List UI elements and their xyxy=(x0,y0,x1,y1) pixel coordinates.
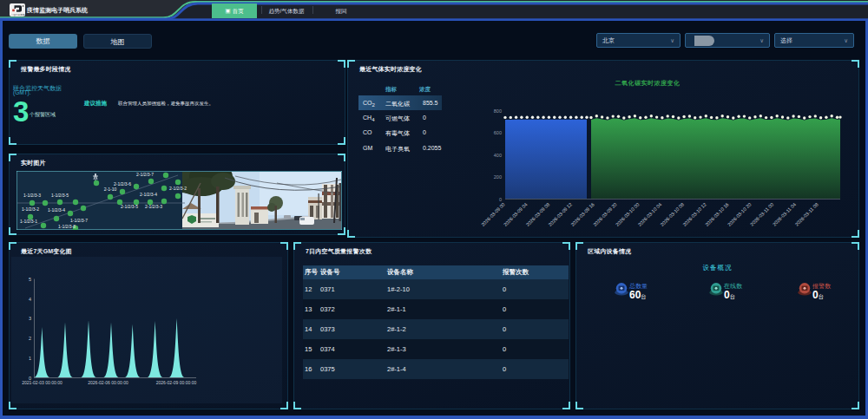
svg-text:2026-02-06 00:00:00: 2026-02-06 00:00:00 xyxy=(88,380,128,385)
svg-text:中国印刷集团: 中国印刷集团 xyxy=(11,12,25,16)
svg-text:2026-02-09 00:00:00: 2026-02-09 00:00:00 xyxy=(156,380,197,385)
svg-text:5: 5 xyxy=(29,277,31,282)
svg-text:3: 3 xyxy=(29,316,31,321)
svg-text:1-1/2/3-5: 1-1/2/3-5 xyxy=(51,193,69,198)
svg-text:1-1/2/3-3: 1-1/2/3-3 xyxy=(23,193,41,198)
svg-text:800: 800 xyxy=(494,108,502,114)
svg-text:1-1/2/3-7: 1-1/2/3-7 xyxy=(70,218,88,223)
svg-text:1-1/2/3-2: 1-1/2/3-2 xyxy=(22,206,39,212)
svg-text:2-1-10: 2-1-10 xyxy=(104,187,117,192)
svg-text:2021-02-03 00:00:00: 2021-02-03 00:00:00 xyxy=(22,380,62,385)
svg-text:1: 1 xyxy=(29,356,31,361)
svg-text:4: 4 xyxy=(29,297,31,302)
svg-text:2-1/2/3-5: 2-1/2/3-5 xyxy=(121,204,138,209)
svg-text:200: 200 xyxy=(494,174,502,180)
svg-text:600: 600 xyxy=(494,130,502,135)
svg-text:1-1/2/3-4: 1-1/2/3-4 xyxy=(48,207,65,213)
svg-text:2-1/2/3-4: 2-1/2/3-4 xyxy=(140,192,157,197)
svg-text:2026-03-11 08: 2026-03-11 08 xyxy=(794,201,819,226)
svg-text:2-1/2/3-7: 2-1/2/3-7 xyxy=(136,172,154,177)
svg-text:2-1/2/3-3: 2-1/2/3-3 xyxy=(145,204,162,209)
svg-text:1-1/2/3-1: 1-1/2/3-1 xyxy=(20,219,37,224)
svg-text:1-1/2/3-8: 1-1/2/3-8 xyxy=(58,224,76,229)
svg-text:400: 400 xyxy=(494,153,502,158)
svg-text:2-1/2/3-2: 2-1/2/3-2 xyxy=(169,186,187,191)
svg-text:2: 2 xyxy=(29,336,31,341)
